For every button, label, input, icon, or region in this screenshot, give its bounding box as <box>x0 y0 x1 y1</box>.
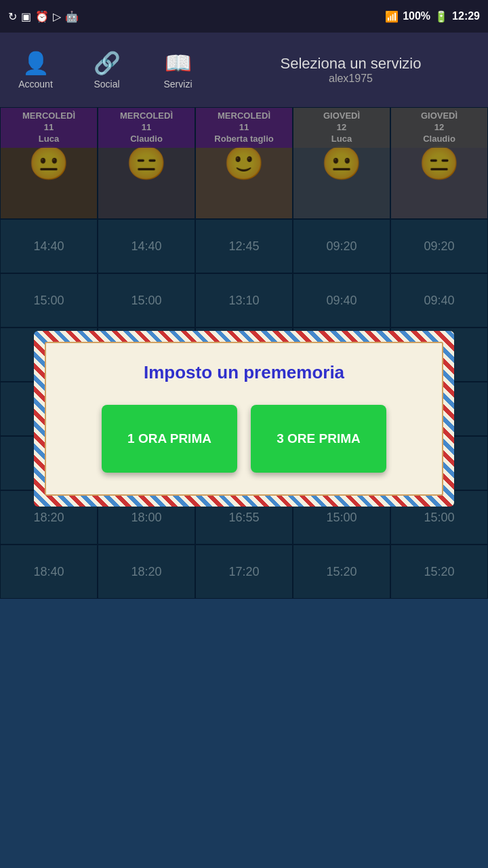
refresh-icon: ↻ <box>8 10 17 23</box>
header-username: alex1975 <box>214 73 488 85</box>
social-icon: 🔗 <box>94 50 121 76</box>
nav-account[interactable]: 👤 Account <box>0 33 71 107</box>
btn-3-ore-prima[interactable]: 3 ORE PRIMA <box>251 405 386 473</box>
envelope-outer: Imposto un prememoria 1 ORA PRIMA 3 ORE … <box>34 331 454 507</box>
envelope-wrapper: Imposto un prememoria 1 ORA PRIMA 3 ORE … <box>34 331 454 507</box>
header-title-block: Seleziona un servizio alex1975 <box>214 55 488 85</box>
app-header: 👤 Account 🔗 Social 📖 Servizi Seleziona u… <box>0 33 488 107</box>
header-main-title: Seleziona un servizio <box>214 55 488 73</box>
modal-buttons: 1 ORA PRIMA 3 ORE PRIMA <box>62 405 426 473</box>
btn-1-ora-prima[interactable]: 1 ORA PRIMA <box>102 405 237 473</box>
account-icon: 👤 <box>22 50 49 76</box>
battery-icon: 🔋 <box>434 10 448 23</box>
play-icon: ▷ <box>53 10 61 23</box>
status-icons-left: ↻ ▣ ⏰ ▷ 🤖 <box>8 10 79 23</box>
cast-icon: ▣ <box>21 10 31 23</box>
alarm-icon: ⏰ <box>35 10 49 23</box>
nav-servizi-label: Servizi <box>163 79 192 90</box>
status-icons-right: 📶 100% 🔋 12:29 <box>385 10 480 23</box>
modal-dialog: Imposto un prememoria 1 ORA PRIMA 3 ORE … <box>45 342 443 496</box>
nav-account-label: Account <box>18 79 53 90</box>
modal-title: Imposto un prememoria <box>62 362 426 383</box>
status-bar: ↻ ▣ ⏰ ▷ 🤖 📶 100% 🔋 12:29 <box>0 0 488 33</box>
servizi-icon: 📖 <box>165 50 192 76</box>
schedule-area: MERCOLEDÌ11Luca😐MERCOLEDÌ11Claudio😑MERCO… <box>0 107 488 599</box>
nav-social[interactable]: 🔗 Social <box>71 33 142 107</box>
android-icon: 🤖 <box>65 10 79 23</box>
nav-servizi[interactable]: 📖 Servizi <box>142 33 214 107</box>
wifi-icon: 📶 <box>385 10 399 23</box>
modal-overlay: Imposto un prememoria 1 ORA PRIMA 3 ORE … <box>0 107 488 599</box>
nav-social-label: Social <box>94 79 119 90</box>
battery-text: 100% <box>403 10 430 22</box>
clock: 12:29 <box>452 10 480 22</box>
